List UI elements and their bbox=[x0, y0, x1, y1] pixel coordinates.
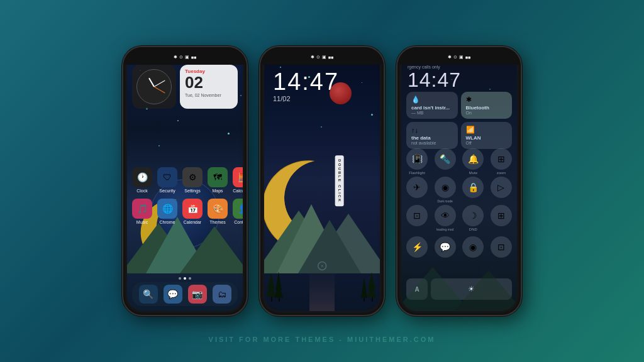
alarm-icon-p1: ⊙ bbox=[179, 55, 183, 60]
app-calendar-label: Calendar bbox=[184, 220, 201, 224]
phone-1: ✱ ⊙ ▣ ■■ bbox=[122, 46, 248, 316]
signal-icon-p3: ▣ bbox=[459, 55, 464, 60]
bluetooth-title: Bluetooth bbox=[466, 105, 508, 111]
minute-hand bbox=[154, 80, 165, 87]
phone-3-bg: ✱ ⊙ ▣ ■■ rgency calls only 14:47 💧 card … bbox=[401, 51, 517, 311]
cast-btn[interactable]: ▷ bbox=[491, 177, 512, 198]
wlan-title: WLAN bbox=[466, 135, 508, 141]
widget-row-p1: Tuesday 02 Tue, 02 November bbox=[132, 65, 238, 109]
toggle-extra[interactable]: ⊞ bbox=[491, 205, 512, 231]
app-themes[interactable]: 🎨 Themes bbox=[208, 199, 228, 224]
control-tile-data[interactable]: 💧 card isn't instr... — MB bbox=[406, 92, 458, 119]
dock-bar: 🔍 💬 📷 🗂 bbox=[132, 282, 238, 306]
control-tile-mobile[interactable]: ↑↓ the data not available bbox=[406, 122, 458, 149]
app-maps-label: Maps bbox=[212, 189, 223, 193]
status-bar-phone1: ✱ ⊙ ▣ ■■ bbox=[127, 51, 243, 63]
app-chrome[interactable]: 🌐 Chrome bbox=[157, 199, 177, 224]
toggle-airplane[interactable]: ✈ bbox=[406, 177, 428, 203]
app-security-label: Security bbox=[159, 189, 175, 193]
control-grid: 💧 card isn't instr... — MB ✱ Bluetooth O… bbox=[406, 92, 512, 149]
app-contacts-label: Contacts bbox=[234, 220, 243, 224]
bluetooth-sub: On bbox=[466, 111, 508, 115]
quick-toggles-2: ✈ ◉ Dark mode 🔒 ▷ bbox=[406, 177, 512, 203]
signal-icon-p1: ▣ bbox=[185, 55, 189, 60]
data-sub: — MB bbox=[411, 111, 453, 115]
battery-icon-p1: ■■ bbox=[191, 55, 196, 60]
flashlight-btn[interactable]: 🔦 bbox=[435, 148, 456, 170]
phone-3: ✱ ⊙ ▣ ■■ rgency calls only 14:47 💧 card … bbox=[396, 46, 522, 316]
status-bar-phone2: ✱ ⊙ ▣ ■■ bbox=[264, 51, 380, 63]
control-tile-bluetooth[interactable]: ✱ Bluetooth On bbox=[461, 92, 513, 119]
status-bar-phone3: ✱ ⊙ ▣ ■■ bbox=[401, 51, 517, 63]
bluetooth-icon-p3: ✱ bbox=[466, 96, 508, 104]
full-date: Tue, 02 November bbox=[185, 93, 233, 97]
watermark: VISIT FOR MORE THEMES - MIUITHEMER.COM bbox=[209, 336, 436, 343]
app-clock[interactable]: 🕐 Clock bbox=[132, 167, 152, 193]
app-music[interactable]: 🎵 Music bbox=[132, 199, 152, 224]
tree-2 bbox=[275, 272, 283, 302]
toggle-cast[interactable]: ▷ bbox=[491, 177, 512, 203]
app-calendar[interactable]: 📅 Calendar bbox=[182, 199, 203, 224]
dnd-btn[interactable]: ☽ bbox=[462, 205, 484, 226]
toggle-screen[interactable]: ⊞ zoom bbox=[491, 148, 512, 175]
screen-label: zoom bbox=[497, 171, 506, 175]
dot-2 bbox=[184, 277, 186, 280]
status-icons-phone2: ✱ ⊙ ▣ ■■ bbox=[311, 55, 333, 60]
date-widget[interactable]: Tuesday 02 Tue, 02 November bbox=[180, 65, 238, 109]
airplane-btn[interactable]: ✈ bbox=[406, 177, 428, 198]
page-dots bbox=[127, 277, 243, 280]
dot-1 bbox=[179, 277, 181, 280]
app-contacts[interactable]: 👤 Contacts bbox=[233, 199, 243, 224]
reading-btn[interactable]: ⊡ bbox=[406, 205, 428, 226]
eye-btn[interactable]: 👁 bbox=[435, 205, 456, 226]
app-security[interactable]: 🛡 Security bbox=[157, 167, 177, 193]
darkmode-label: Dark mode bbox=[437, 199, 452, 203]
dnd-label: DND bbox=[469, 228, 477, 231]
battery-icon-p2: ■■ bbox=[328, 55, 333, 60]
control-tile-wlan[interactable]: 📶 WLAN Off bbox=[461, 122, 513, 149]
mobile-data-icon: ↑↓ bbox=[411, 126, 453, 134]
app-row-2: 🎵 Music 🌐 Chrome 📅 Calendar 🎨 Themes bbox=[132, 199, 238, 224]
dock-messages[interactable]: 💬 bbox=[164, 285, 182, 304]
toggle-vibrate[interactable]: 📳 Flashlight bbox=[406, 148, 428, 175]
extra-btn[interactable]: ⊞ bbox=[491, 205, 512, 226]
app-settings[interactable]: ⚙ Settings bbox=[182, 167, 203, 193]
app-themes-label: Themes bbox=[209, 220, 225, 224]
app-row-1: 🕐 Clock 🛡 Security ⚙ Settings 🗺 Maps bbox=[132, 167, 238, 193]
app-maps[interactable]: 🗺 Maps bbox=[208, 167, 228, 193]
mute-btn[interactable]: 🔔 bbox=[462, 148, 484, 170]
phone-2-screen: ✱ ⊙ ▣ ■■ 14:47 11/02 bbox=[264, 51, 380, 311]
app-chrome-label: Chrome bbox=[160, 220, 175, 224]
dock-files[interactable]: 🗂 bbox=[213, 285, 231, 304]
screen-btn[interactable]: ⊞ bbox=[491, 148, 512, 170]
phone-3-screen: ✱ ⊙ ▣ ■■ rgency calls only 14:47 💧 card … bbox=[401, 51, 517, 311]
mountain-3 bbox=[180, 226, 243, 273]
toggle-flashlight[interactable]: 🔦 bbox=[435, 148, 456, 175]
phone-1-screen: ✱ ⊙ ▣ ■■ bbox=[127, 51, 243, 311]
wlan-sub: Off bbox=[466, 141, 508, 145]
dock-camera[interactable]: 📷 bbox=[188, 285, 207, 304]
data-title: card isn't instr... bbox=[411, 105, 453, 111]
toggle-dnd[interactable]: ☽ DND bbox=[462, 205, 484, 231]
cc-time: 14:47 bbox=[408, 69, 461, 92]
toggle-lock[interactable]: 🔒 bbox=[462, 177, 484, 203]
dock-search[interactable]: 🔍 bbox=[139, 285, 158, 304]
mobile-sub: not available bbox=[411, 141, 453, 145]
toggle-darkmode[interactable]: ◉ Dark mode bbox=[435, 177, 456, 203]
lock-btn[interactable]: 🔒 bbox=[462, 177, 484, 198]
toggle-mute[interactable]: 🔔 Mute bbox=[462, 148, 484, 175]
toggle-eye[interactable]: 👁 leading mod bbox=[435, 205, 456, 231]
bluetooth-icon-p1: ✱ bbox=[174, 55, 177, 60]
eye-label: leading mod bbox=[436, 228, 453, 231]
app-calculator[interactable]: 🧮 Calculator bbox=[233, 167, 243, 193]
mobile-title: the data bbox=[411, 135, 453, 141]
toggle-reading[interactable]: ⊡ bbox=[406, 205, 428, 231]
quick-toggles-3: ⊡ 👁 leading mod ☽ DND ⊞ bbox=[406, 205, 512, 231]
wlan-icon: 📶 bbox=[466, 126, 508, 134]
signal-icon-p2: ▣ bbox=[322, 55, 326, 60]
clock-widget[interactable] bbox=[132, 65, 176, 109]
vibrate-btn[interactable]: 📳 bbox=[406, 148, 428, 170]
clock-face bbox=[136, 69, 172, 104]
darkmode-btn[interactable]: ◉ bbox=[435, 177, 456, 198]
red-planet bbox=[330, 82, 352, 104]
